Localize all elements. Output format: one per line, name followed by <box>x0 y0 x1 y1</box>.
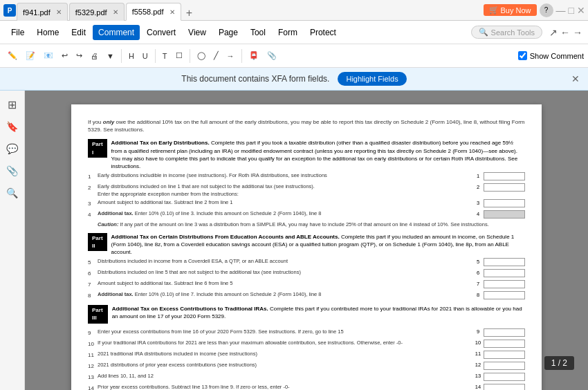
row-7: 7 Amount subject to additional tax. Subt… <box>88 280 525 290</box>
sidebar-icon-search[interactable]: 🔍 <box>3 183 22 203</box>
input-line-11[interactable] <box>484 351 525 359</box>
part-i-title: Additional Tax on Early Distributions. C… <box>111 139 525 170</box>
title-bar-controls: 🛒 Buy Now ? — □ ✕ <box>484 3 586 17</box>
tab-f941-close[interactable]: ✕ <box>56 8 62 16</box>
row-9: 9 Enter your excess contributions from l… <box>88 328 525 338</box>
part-iii-header: Part III <box>88 305 108 323</box>
minimize-button[interactable]: — <box>556 5 566 16</box>
toolbar-btn-2[interactable]: 📝 <box>22 49 39 62</box>
forward-icon[interactable]: → <box>573 27 582 38</box>
share-icon[interactable]: ↗ <box>549 27 558 38</box>
tab-f5329-close[interactable]: ✕ <box>113 8 118 16</box>
buy-now-button[interactable]: 🛒 Buy Now <box>484 4 537 16</box>
toolbar-btn-4[interactable]: ↩ <box>58 49 71 62</box>
toolbar-line[interactable]: ╱ <box>210 49 222 62</box>
part-i-header-row: Part I Additional Tax on Early Distribut… <box>88 139 525 170</box>
input-line-3[interactable] <box>484 199 525 207</box>
menu-view[interactable]: View <box>183 25 212 40</box>
show-comment-label: Show Comment <box>530 52 584 60</box>
input-line-5[interactable] <box>484 258 525 266</box>
search-tools-box[interactable]: 🔍 Search Tools <box>471 26 542 39</box>
toolbar-text[interactable]: T <box>159 50 171 62</box>
menu-edit[interactable]: Edit <box>66 25 91 40</box>
back-icon[interactable]: ← <box>560 27 570 38</box>
part-ii-title: Additional Tax on Certain Distributions … <box>111 233 525 257</box>
sidebar-icon-comment[interactable]: 💬 <box>3 139 22 158</box>
toolbar-sep-4 <box>241 49 242 63</box>
toolbar-btn-6[interactable]: 🖨 <box>87 50 102 62</box>
input-line-7[interactable] <box>484 280 525 288</box>
pdf-intro-text: If you only owe the additional 10% tax o… <box>88 118 525 133</box>
search-icon: 🔍 <box>479 28 488 37</box>
part-ii-header: Part II <box>88 233 107 251</box>
row-11: 11 2021 traditional IRA distributions in… <box>88 351 525 360</box>
toolbar-sep-2 <box>155 49 156 63</box>
maximize-button[interactable]: □ <box>569 5 574 16</box>
input-line-8[interactable] <box>484 291 525 299</box>
menu-comment[interactable]: Comment <box>93 25 140 40</box>
tab-f941[interactable]: f941.pdf ✕ <box>17 3 68 21</box>
sidebar-icon-pages[interactable]: ⊞ <box>3 95 22 114</box>
input-line-1[interactable] <box>484 172 525 180</box>
title-bar: P f941.pdf ✕ f5329.pdf ✕ f5558.pdf ✕ + 🛒… <box>0 0 588 21</box>
menu-tool[interactable]: Tool <box>245 25 271 40</box>
input-line-13[interactable] <box>484 373 525 381</box>
menu-protect[interactable]: Protect <box>304 25 342 40</box>
menu-page[interactable]: Page <box>213 25 244 40</box>
highlight-fields-button[interactable]: Highlight Fields <box>338 72 406 86</box>
app-icon-area: P <box>3 3 17 17</box>
menu-file[interactable]: File <box>6 25 30 40</box>
row-14: 14 Prior year excess contributions. Subt… <box>88 384 525 390</box>
toolbar-sep-1 <box>121 49 122 63</box>
caution-row: Caution: If any part of the amount on li… <box>98 221 525 229</box>
input-line-10[interactable] <box>484 340 525 348</box>
toolbar-btn-dropdown[interactable]: ▼ <box>103 50 118 62</box>
app-icon: P <box>3 3 17 17</box>
toolbar-highlight[interactable]: H <box>125 50 138 62</box>
input-line-9[interactable] <box>484 328 525 337</box>
toolbar-btn-5[interactable]: ↪ <box>73 49 86 62</box>
add-tab-button[interactable]: + <box>183 6 196 20</box>
toolbar-sep-3 <box>190 49 190 63</box>
input-line-14[interactable] <box>484 384 525 390</box>
menu-home[interactable]: Home <box>31 25 64 40</box>
pdf-viewer: If you only owe the additional 10% tax o… <box>25 91 588 390</box>
menu-bar: File Home Edit Comment Convert View Page… <box>0 21 588 44</box>
part-ii-header-row: Part II Additional Tax on Certain Distri… <box>88 233 525 257</box>
pdf-content-area[interactable]: If you only owe the additional 10% tax o… <box>25 91 588 390</box>
banner-close-button[interactable]: ✕ <box>571 73 580 84</box>
toolbar-stamp[interactable]: 📮 <box>246 49 262 62</box>
close-button[interactable]: ✕ <box>577 5 585 16</box>
toolbar-arrow[interactable]: → <box>223 50 238 62</box>
input-line-12[interactable] <box>484 362 525 370</box>
main-area: ⊞ 🔖 💬 📎 🔍 If you only owe the additional… <box>0 91 588 390</box>
row-4: 4 Additional tax. Enter 10% (0.10) of li… <box>88 210 525 220</box>
sidebar-icon-bookmark[interactable]: 🔖 <box>3 117 22 136</box>
xfa-message: This document contains XFA form fields. <box>181 74 329 84</box>
input-line-4[interactable] <box>484 210 525 219</box>
toolbar-text-box[interactable]: ☐ <box>172 49 186 62</box>
window-action-buttons: ↗ ← → <box>549 27 582 38</box>
menu-form[interactable]: Form <box>273 25 303 40</box>
input-line-2[interactable] <box>484 183 525 192</box>
toolbar-shape[interactable]: ◯ <box>194 49 209 62</box>
toolbar-btn-3[interactable]: 📧 <box>40 49 57 62</box>
menu-convert[interactable]: Convert <box>141 25 181 40</box>
part-i-section: Part I Additional Tax on Early Distribut… <box>88 139 525 228</box>
tab-f5558[interactable]: f5558.pdf ✕ <box>126 3 181 21</box>
tab-f5329[interactable]: f5329.pdf ✕ <box>69 3 125 21</box>
tab-f5558-close[interactable]: ✕ <box>169 8 175 16</box>
show-comment-checkbox[interactable] <box>518 51 527 60</box>
part-ii-section: Part II Additional Tax on Certain Distri… <box>88 233 525 301</box>
sidebar-icon-attachment[interactable]: 📎 <box>3 161 22 180</box>
input-line-6[interactable] <box>484 269 525 277</box>
tab-f5558-label: f5558.pdf <box>132 8 164 16</box>
row-12: 12 2021 distributions of prior year exce… <box>88 362 525 371</box>
toolbar-attach[interactable]: 📎 <box>264 49 280 62</box>
row-5: 5 Distributions included in income from … <box>88 258 525 268</box>
row-1: 1 Early distributions includible in inco… <box>88 172 525 182</box>
toolbar-btn-1[interactable]: ✏️ <box>4 49 21 62</box>
window-controls: — □ ✕ <box>556 5 585 16</box>
toolbar-underline[interactable]: U <box>139 50 151 62</box>
show-comment-toggle[interactable]: Show Comment <box>518 51 584 60</box>
